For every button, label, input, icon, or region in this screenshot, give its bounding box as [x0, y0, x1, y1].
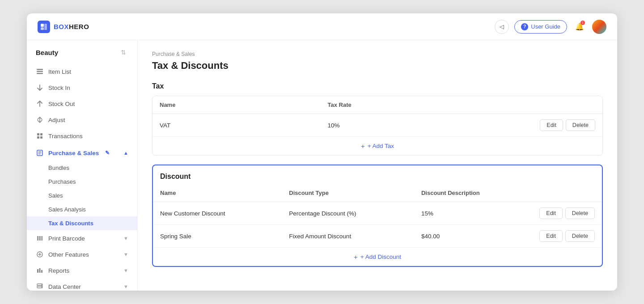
logo: BOXHERO	[38, 21, 89, 33]
tax-row-actions: Edit Delete	[540, 119, 595, 131]
add-discount-icon: +	[354, 253, 358, 261]
svg-point-25	[41, 287, 42, 287]
svg-rect-19	[37, 269, 38, 273]
data-center-icon	[36, 283, 44, 291]
header-right: ◁ ? User Guide 🔔 1	[495, 20, 606, 34]
discount-delete-button-0[interactable]: Delete	[565, 207, 595, 219]
sidebar-header: Beauty ⇅	[27, 40, 137, 62]
svg-rect-12	[38, 236, 39, 241]
discount-action-cell-1: Edit Delete	[532, 225, 602, 248]
add-tax-button[interactable]: + + Add Tax	[153, 136, 602, 155]
adjust-label: Adjust	[48, 117, 65, 123]
sidebar-item-other-features[interactable]: Other Features ▼	[27, 246, 137, 262]
discount-col-name: Name	[153, 184, 282, 202]
purchase-sales-label: Purchase & Sales	[48, 150, 99, 156]
header: BOXHERO ◁ ? User Guide 🔔 1	[27, 13, 617, 40]
stock-in-icon	[36, 84, 44, 92]
discount-section-title: Discount	[160, 173, 191, 181]
tax-edit-button[interactable]: Edit	[540, 119, 563, 131]
discount-edit-button-1[interactable]: Edit	[539, 230, 563, 242]
sidebar-item-data-center[interactable]: Data Center ▼	[27, 279, 137, 291]
sidebar-sub-tax-discounts[interactable]: Tax & Discounts	[27, 216, 137, 230]
collapse-button[interactable]: ◁	[495, 20, 509, 34]
item-list-label: Item List	[48, 68, 71, 75]
svg-rect-1	[41, 27, 44, 30]
svg-rect-21	[41, 270, 42, 273]
svg-rect-6	[37, 133, 39, 135]
item-list-icon	[36, 68, 44, 76]
svg-rect-20	[39, 268, 41, 273]
print-barcode-icon	[36, 234, 44, 242]
svg-rect-0	[41, 24, 44, 27]
tax-col-rate: Tax Rate	[321, 96, 533, 114]
discount-table-body: New Customer Discount Percentage Discoun…	[153, 202, 602, 248]
adjust-icon	[36, 116, 44, 124]
sidebar-sub-sales-analysis[interactable]: Sales Analysis	[27, 203, 137, 216]
tax-discounts-label: Tax & Discounts	[48, 220, 93, 227]
table-row: Spring Sale Fixed Amount Discount $40.00…	[153, 225, 602, 248]
avatar[interactable]	[592, 20, 606, 34]
sidebar-item-purchase-sales[interactable]: Purchase & Sales ✎ ▲	[27, 145, 137, 161]
svg-rect-2	[44, 24, 47, 30]
tax-delete-button[interactable]: Delete	[566, 119, 595, 131]
discount-type-cell-1: Fixed Amount Discount	[282, 225, 414, 248]
svg-point-24	[41, 284, 42, 285]
svg-rect-14	[41, 236, 41, 241]
body: Beauty ⇅ Item List Stock In	[27, 40, 617, 291]
purchases-label: Purchases	[48, 178, 76, 185]
sidebar-sub-sales[interactable]: Sales	[27, 189, 137, 203]
logo-text: BOXHERO	[54, 23, 89, 30]
user-guide-button[interactable]: ? User Guide	[514, 20, 567, 34]
discount-col-type: Discount Type	[282, 184, 414, 202]
table-row: VAT 10% Edit Delete	[153, 114, 602, 137]
user-guide-label: User Guide	[531, 23, 560, 30]
svg-rect-3	[37, 69, 43, 70]
sidebar-sort-button[interactable]: ⇅	[119, 47, 128, 57]
discount-col-desc: Discount Description	[414, 184, 532, 202]
discount-action-cell-0: Edit Delete	[532, 202, 602, 225]
svg-rect-5	[37, 73, 43, 74]
purchase-sales-icon	[36, 149, 44, 157]
reports-label: Reports	[48, 267, 69, 274]
sidebar: Beauty ⇅ Item List Stock In	[27, 40, 138, 291]
tax-section-title: Tax	[152, 82, 603, 90]
discount-type-cell-0: Percentage Discount (%)	[282, 202, 414, 225]
add-tax-label: + Add Tax	[368, 143, 394, 149]
sales-analysis-label: Sales Analysis	[48, 206, 86, 213]
discount-table: Name Discount Type Discount Description …	[153, 184, 602, 247]
workspace-name: Beauty	[36, 49, 58, 56]
tax-action-cell: Edit Delete	[533, 114, 602, 137]
discount-edit-button-0[interactable]: Edit	[539, 207, 563, 219]
add-discount-button[interactable]: + + Add Discount	[153, 247, 602, 266]
sidebar-item-stock-out[interactable]: Stock Out	[27, 96, 137, 112]
transactions-icon	[36, 132, 44, 140]
sidebar-item-print-barcode[interactable]: Print Barcode ▼	[27, 230, 137, 246]
discount-desc-cell-1: $40.00	[414, 225, 532, 248]
sidebar-sub-bundles[interactable]: Bundles	[27, 161, 137, 175]
sales-label: Sales	[48, 192, 63, 199]
tax-name-cell: VAT	[153, 114, 321, 137]
notification-button[interactable]: 🔔 1	[572, 20, 587, 34]
stock-out-label: Stock Out	[48, 101, 75, 107]
page-title: Tax & Discounts	[152, 60, 603, 72]
sidebar-sub-purchases[interactable]: Purchases	[27, 175, 137, 189]
reports-chevron: ▼	[123, 268, 128, 273]
discount-name-cell-1: Spring Sale	[153, 225, 282, 248]
data-center-chevron: ▼	[123, 284, 128, 289]
main-content: Purchase & Sales Tax & Discounts Tax Nam…	[138, 40, 617, 291]
purchase-sales-sub-items: Bundles Purchases Sales Sales Analysis T	[27, 161, 137, 230]
svg-rect-13	[39, 236, 40, 241]
sidebar-item-reports[interactable]: Reports ▼	[27, 262, 137, 279]
bundles-label: Bundles	[48, 165, 69, 171]
stock-out-icon	[36, 100, 44, 108]
sidebar-item-item-list[interactable]: Item List	[27, 63, 137, 80]
sidebar-item-stock-in[interactable]: Stock In	[27, 80, 137, 96]
discount-delete-button-1[interactable]: Delete	[565, 230, 595, 242]
tax-table-header: Name Tax Rate	[153, 96, 602, 114]
discount-row-0-actions: Edit Delete	[539, 207, 595, 219]
sidebar-item-adjust[interactable]: Adjust	[27, 112, 137, 128]
reports-icon	[36, 266, 44, 274]
table-row: New Customer Discount Percentage Discoun…	[153, 202, 602, 225]
sidebar-item-transactions[interactable]: Transactions	[27, 128, 137, 144]
transactions-label: Transactions	[48, 133, 83, 139]
